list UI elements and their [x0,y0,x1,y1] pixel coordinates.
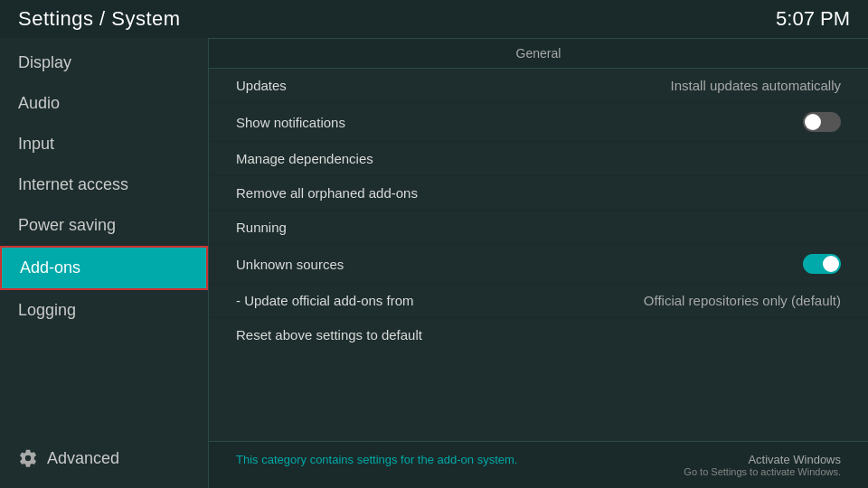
setting-label-update-official: - Update official add-ons from [236,293,414,308]
setting-label-updates: Updates [236,78,287,93]
clock: 5:07 PM [776,7,850,31]
activate-title: Activate Windows [684,453,841,466]
sidebar-nav: Display Audio Input Internet access Powe… [0,42,208,437]
sidebar-item-power-saving[interactable]: Power saving [0,205,208,246]
setting-row-unknown-sources[interactable]: Unknown sources [209,245,868,284]
sidebar-item-logging[interactable]: Logging [0,290,208,331]
activate-windows: Activate Windows Go to Settings to activ… [684,453,841,477]
sidebar-item-add-ons[interactable]: Add-ons [0,246,208,290]
page-title: Settings / System [18,7,181,31]
sidebar-item-input[interactable]: Input [0,124,208,164]
main-layout: Display Audio Input Internet access Powe… [0,38,868,488]
content-inner: General Updates Install updates automati… [209,38,868,441]
setting-row-show-notifications[interactable]: Show notifications [209,103,868,142]
content-panel: General Updates Install updates automati… [208,38,868,488]
setting-row-update-official[interactable]: - Update official add-ons from Official … [209,284,868,318]
setting-label-reset-settings: Reset above settings to default [236,327,422,343]
setting-label-show-notifications: Show notifications [236,115,345,130]
app-container: Settings / System 5:07 PM Display Audio … [0,0,868,488]
setting-row-remove-orphaned[interactable]: Remove all orphaned add-ons [209,176,868,211]
sidebar-item-internet-access[interactable]: Internet access [0,164,208,205]
setting-row-running[interactable]: Running [209,211,868,245]
activate-sub: Go to Settings to activate Windows. [684,466,841,477]
toggle-show-notifications[interactable] [803,112,841,132]
setting-row-manage-dependencies[interactable]: Manage dependencies [209,142,868,176]
section-header: General [209,38,868,69]
content-footer: This category contains settings for the … [209,441,868,488]
sidebar-item-advanced[interactable]: Advanced [0,437,208,479]
footer-hint: This category contains settings for the … [236,453,517,466]
setting-row-updates[interactable]: Updates Install updates automatically [209,69,868,103]
setting-value-update-official: Official repositories only (default) [644,293,841,308]
setting-value-updates: Install updates automatically [671,78,841,93]
sidebar-item-display[interactable]: Display [0,42,208,83]
setting-label-unknown-sources: Unknown sources [236,257,344,272]
header: Settings / System 5:07 PM [0,0,868,38]
toggle-unknown-sources[interactable] [803,254,841,274]
sidebar: Display Audio Input Internet access Powe… [0,38,208,488]
toggle-knob-show-notifications [805,114,821,130]
gear-icon [18,448,38,468]
settings-list: Updates Install updates automatically Sh… [209,69,868,352]
sidebar-item-audio[interactable]: Audio [0,83,208,124]
setting-label-manage-dependencies: Manage dependencies [236,151,373,166]
toggle-knob-unknown-sources [823,256,839,272]
setting-row-reset-settings[interactable]: Reset above settings to default [209,318,868,352]
setting-label-running: Running [236,220,287,235]
setting-label-remove-orphaned: Remove all orphaned add-ons [236,185,418,201]
